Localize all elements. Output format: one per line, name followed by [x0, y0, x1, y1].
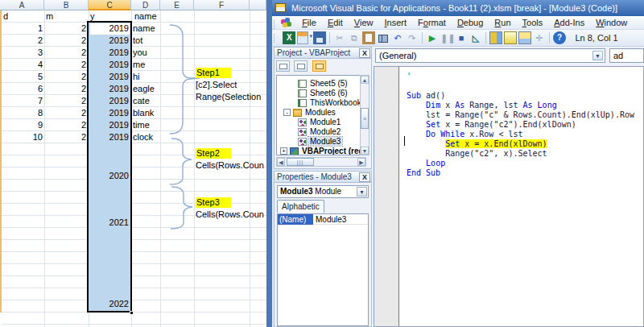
project-tree-hscrollbar[interactable]: ◀ ||| ▶ [276, 157, 366, 167]
column-header-D[interactable]: D [131, 0, 160, 10]
menu-run[interactable]: Run [489, 16, 516, 30]
run-icon[interactable]: ▶ [426, 31, 439, 44]
tree-item-modules[interactable]: -Modules [277, 108, 365, 118]
cell[interactable]: 2 [2, 35, 43, 47]
scroll-left-icon[interactable]: ◀ [277, 158, 285, 166]
chevron-down-icon[interactable]: ▼ [592, 51, 603, 60]
properties-panel-close-icon[interactable]: X [359, 172, 370, 182]
toolbox-icon[interactable]: ✛ [533, 31, 546, 44]
sheet-row[interactable]: 222019tot [0, 35, 266, 47]
column-header-F[interactable]: F [194, 0, 250, 10]
cell[interactable]: 2 [44, 59, 86, 71]
property-name[interactable]: (Name) [278, 214, 313, 225]
procedure-combo[interactable]: ad [609, 48, 644, 63]
menu-edit[interactable]: Edit [322, 16, 349, 30]
scroll-up-icon[interactable]: ▲ [361, 76, 369, 84]
copy-icon[interactable]: ⧉ [348, 31, 361, 44]
sheet-row[interactable]: 122019name [0, 23, 266, 35]
cell[interactable]: clock [133, 131, 181, 143]
view-code-button[interactable] [276, 60, 290, 72]
hscroll-thumb[interactable]: ||| [287, 158, 314, 166]
tree-item-sheet5-5-[interactable]: Sheet5 (5) [277, 79, 365, 89]
cell[interactable]: 5 [2, 71, 43, 83]
column-header-A[interactable]: A [0, 0, 44, 10]
chevron-down-icon[interactable]: ▼ [357, 187, 367, 197]
scroll-down-icon[interactable]: ▼ [361, 147, 369, 155]
vba-title-bar[interactable]: Microsoft Visual Basic for Applications … [272, 0, 644, 16]
menu-debug[interactable]: Debug [452, 16, 489, 30]
scroll-right-icon[interactable]: ▶ [357, 158, 365, 166]
cut-icon[interactable]: ✂ [333, 31, 346, 44]
properties-object-combo[interactable]: Module3 Module ▼ [277, 185, 369, 198]
cell[interactable]: me [133, 59, 181, 71]
tree-item-label[interactable]: Module2 [308, 127, 342, 136]
cell[interactable]: 2 [44, 107, 86, 119]
object-browser-icon[interactable] [518, 31, 531, 44]
cell[interactable]: cate [133, 95, 181, 107]
cell[interactable]: 8 [2, 107, 43, 119]
design-mode-icon[interactable]: ◺ [469, 31, 482, 44]
break-icon[interactable]: ❚❚ [440, 31, 453, 44]
cell[interactable]: 2 [44, 35, 86, 47]
tree-item-label[interactable]: Modules [303, 108, 337, 117]
undo-icon[interactable]: ↶ [391, 31, 404, 44]
tree-item-label[interactable]: Module3 [308, 137, 342, 146]
cell[interactable]: hi [133, 71, 181, 83]
property-value[interactable]: Module3 [313, 214, 346, 225]
cell[interactable]: blank [133, 107, 181, 119]
menu-add-ins[interactable]: Add-Ins [548, 16, 590, 30]
fill-handle[interactable] [130, 311, 134, 315]
column-header-B[interactable]: B [44, 0, 89, 10]
tab-alphabetic[interactable]: Alphabetic [277, 200, 324, 213]
cell[interactable]: 6 [2, 83, 43, 95]
cell[interactable]: tot [133, 35, 181, 47]
tree-item-vbaproject-registe[interactable]: +VBAProject (registe [277, 147, 365, 155]
cell[interactable]: 10 [2, 131, 43, 143]
cell[interactable]: 2 [44, 47, 86, 59]
general-combo[interactable]: (General) ▼ [375, 48, 605, 63]
insert-userform-icon[interactable] [297, 31, 308, 44]
cell[interactable]: 2 [44, 83, 86, 95]
cell[interactable]: 3 [2, 47, 43, 59]
cell[interactable]: m [44, 10, 86, 23]
help-icon[interactable]: ? [553, 31, 566, 44]
tree-item-module3[interactable]: Module3 [277, 137, 365, 147]
tree-item-module2[interactable]: Module2 [277, 127, 365, 137]
menu-view[interactable]: View [349, 16, 379, 30]
tree-item-label[interactable]: Module1 [308, 118, 342, 126]
cell[interactable]: 2 [44, 131, 86, 143]
save-icon[interactable] [313, 31, 326, 44]
menu-tools[interactable]: Tools [517, 16, 549, 30]
vscroll-thumb[interactable]: ≡ [361, 108, 369, 129]
project-panel-close-icon[interactable]: X [359, 48, 370, 58]
view-excel-icon[interactable]: X [283, 31, 295, 44]
toggle-folders-button[interactable] [312, 60, 326, 72]
menu-window[interactable]: Window [590, 16, 633, 30]
cell[interactable]: 2 [44, 71, 86, 83]
cell[interactable]: d [2, 10, 43, 23]
cell[interactable]: 2 [44, 95, 86, 107]
paste-icon[interactable] [362, 31, 375, 44]
cell[interactable]: name [133, 10, 181, 23]
collapse-icon[interactable]: - [283, 109, 291, 116]
menu-file[interactable]: File [296, 16, 322, 30]
reset-icon[interactable]: ■ [455, 31, 468, 44]
sheet-row[interactable]: 922019time [0, 119, 266, 131]
cell[interactable]: 4 [2, 59, 43, 71]
expand-icon[interactable]: + [280, 147, 287, 155]
project-explorer-icon[interactable] [489, 31, 502, 44]
column-header-E[interactable]: E [160, 0, 194, 10]
sheet-row[interactable]: dmyname [0, 10, 266, 23]
cell[interactable]: name [133, 23, 181, 35]
cell[interactable]: 7 [2, 95, 43, 107]
cell[interactable]: 9 [2, 119, 43, 131]
tree-item-label[interactable]: Sheet5 (5) [308, 79, 349, 88]
cell[interactable]: 1 [2, 23, 43, 35]
menu-format[interactable]: Format [412, 16, 452, 30]
cell[interactable]: time [133, 119, 181, 131]
find-icon[interactable] [377, 31, 390, 44]
tree-item-label[interactable]: Sheet6 (6) [308, 89, 349, 97]
tree-item-sheet6-6-[interactable]: Sheet6 (6) [277, 89, 365, 98]
cell[interactable]: 2 [44, 119, 86, 131]
tree-item-module1[interactable]: Module1 [277, 118, 365, 127]
